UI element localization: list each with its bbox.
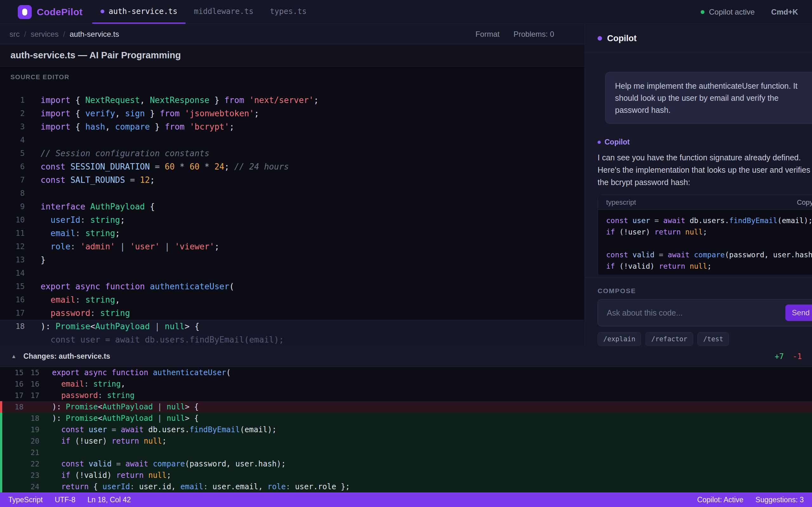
diff-row-add[interactable]: 20 if (!user) return null; xyxy=(0,435,812,447)
line-number[interactable]: 16 xyxy=(0,295,25,304)
line-number[interactable]: 5 xyxy=(0,149,25,158)
slash-command-chip[interactable]: /refactor xyxy=(646,332,693,346)
command-palette-shortcut[interactable]: Cmd+K xyxy=(771,8,798,16)
line-number[interactable]: 3 xyxy=(0,122,25,131)
breadcrumb-item[interactable]: auth-service.ts xyxy=(69,30,119,39)
compose-input[interactable] xyxy=(598,308,812,318)
diff-line-content: if (!valid) return null; xyxy=(52,471,171,480)
line-number[interactable]: 13 xyxy=(0,256,25,264)
code-line[interactable]: 12 role: 'admin' | 'user' | 'viewer'; xyxy=(0,240,585,253)
line-number[interactable]: 7 xyxy=(0,176,25,184)
token: string xyxy=(85,228,115,238)
code-line[interactable]: 8 xyxy=(0,187,585,200)
diff-row-add[interactable]: 23 if (!valid) return null; xyxy=(0,469,812,481)
slash-command-chip[interactable]: /test xyxy=(698,332,729,346)
line-number[interactable]: 6 xyxy=(0,162,25,171)
diff-panel-header[interactable]: ▲ Changes: auth-service.ts +7 -1 xyxy=(0,346,812,367)
line-number[interactable]: 1 xyxy=(0,96,25,105)
diff-row-ctx[interactable]: 1717 password: string xyxy=(0,390,812,401)
token: email xyxy=(41,295,75,304)
send-button[interactable]: Send xyxy=(785,304,812,321)
token: { xyxy=(70,122,85,131)
tab-middleware-ts[interactable]: middleware.ts xyxy=(186,0,262,24)
diff-row-add[interactable]: 22 const valid = await compare(password,… xyxy=(0,458,812,469)
token: SALT_ROUNDS xyxy=(65,175,130,185)
line-number[interactable]: 17 xyxy=(0,308,25,318)
line-number[interactable]: 2 xyxy=(0,109,25,118)
diff-row-add[interactable]: 19 const user = await db.users.findByEma… xyxy=(0,424,812,435)
breadcrumb-item[interactable]: services xyxy=(31,30,59,39)
code-line[interactable]: 2import { verify, sign } from 'jsonwebto… xyxy=(0,107,585,120)
code-line[interactable]: 7const SALT_ROUNDS = 12; xyxy=(0,173,585,187)
line-number[interactable]: 15 xyxy=(0,282,25,291)
code-line[interactable]: 13} xyxy=(0,253,585,267)
token: interface xyxy=(41,202,85,211)
line-number[interactable]: 12 xyxy=(0,242,25,251)
token: ( xyxy=(226,368,231,377)
diff-line-content: email: string, xyxy=(52,380,125,389)
code-line[interactable]: 1import { NextRequest, NextResponse } fr… xyxy=(0,94,585,107)
diff-new-line-number: 23 xyxy=(23,471,39,480)
code-block-body: const user = await db.users.findByEmail(… xyxy=(598,210,812,272)
copy-button[interactable]: Copy xyxy=(797,199,812,207)
code-line-content: email: string; xyxy=(41,228,120,238)
token: 'jsonwebtoken' xyxy=(180,109,254,118)
code-line[interactable]: 14 xyxy=(0,267,585,280)
code-line[interactable]: 4 xyxy=(0,133,585,147)
code-line[interactable]: 6const SESSION_DURATION = 60 * 60 * 24; … xyxy=(0,160,585,173)
problems-indicator[interactable]: Problems: 0 xyxy=(513,30,554,39)
slash-command-chip[interactable]: /explain xyxy=(598,332,641,346)
code-line[interactable]: 10 userId: string; xyxy=(0,213,585,227)
breadcrumb-item[interactable]: src xyxy=(9,30,20,39)
token: null xyxy=(166,402,185,411)
token: if xyxy=(52,471,70,480)
line-number[interactable]: 18 xyxy=(0,322,25,331)
token: ; xyxy=(162,437,166,446)
code-editor[interactable]: 1import { NextRequest, NextResponse } fr… xyxy=(0,94,585,346)
code-line[interactable]: 15export async function authenticateUser… xyxy=(0,280,585,293)
added-count: +7 xyxy=(774,352,784,361)
code-line-content: userId: string; xyxy=(41,215,125,225)
code-line[interactable]: 16 email: string, xyxy=(0,293,585,306)
tab-types-ts[interactable]: types.ts xyxy=(262,0,315,24)
status-item[interactable]: Suggestions: 3 xyxy=(756,496,804,504)
code-line[interactable]: 3import { hash, compare } from 'bcrypt'; xyxy=(0,120,585,133)
editor-title: auth-service.ts — AI Pair Programming xyxy=(0,44,585,66)
code-line[interactable]: 11 email: string; xyxy=(0,227,585,240)
token: AuthPayload xyxy=(95,322,150,331)
token: const xyxy=(41,162,65,171)
token: ; xyxy=(229,122,235,131)
status-item[interactable]: Ln 18, Col 42 xyxy=(88,496,131,504)
diff-row-ctx[interactable]: 1515export async function authenticateUs… xyxy=(0,367,812,378)
tab-auth-service-ts[interactable]: auth-service.ts xyxy=(92,0,186,24)
token: findByEmail xyxy=(190,425,240,434)
token: authenticateUser xyxy=(145,282,229,291)
status-item[interactable]: UTF-8 xyxy=(55,496,75,504)
status-item[interactable]: Copilot: Active xyxy=(697,496,744,504)
line-number[interactable]: 8 xyxy=(0,189,25,198)
diff-row-add[interactable]: 18): Promise<AuthPayload | null> { xyxy=(0,412,812,424)
code-line[interactable]: 5// Session configuration constants xyxy=(0,147,585,160)
code-line[interactable]: 18): Promise<AuthPayload | null> { xyxy=(0,320,585,333)
line-number[interactable]: 9 xyxy=(0,202,25,211)
chat-thread: Help me implement the authenticateUser f… xyxy=(585,53,812,275)
token: ); xyxy=(276,459,286,468)
line-number[interactable]: 4 xyxy=(0,135,25,145)
code-line[interactable]: 9interface AuthPayload { xyxy=(0,200,585,213)
line-number[interactable]: 11 xyxy=(0,229,25,238)
token: : xyxy=(90,308,100,318)
status-item[interactable]: TypeScript xyxy=(8,496,43,504)
diff-row-add[interactable]: 24 return { userId: user.id, email: user… xyxy=(0,481,812,493)
line-number[interactable]: 14 xyxy=(0,269,25,278)
format-button[interactable]: Format xyxy=(475,30,500,39)
collapse-icon[interactable]: ▲ xyxy=(11,353,16,360)
compose-input-box: Send xyxy=(598,299,812,326)
token: < xyxy=(98,402,102,411)
line-number[interactable]: 10 xyxy=(0,216,25,224)
code-line[interactable]: 17 password: string xyxy=(0,306,585,320)
diff-row-del[interactable]: 18): Promise<AuthPayload | null> { xyxy=(0,401,812,412)
token: user.email xyxy=(212,482,258,491)
diff-row-add[interactable]: 21 xyxy=(0,447,812,458)
diff-old-line-number: 18 xyxy=(0,403,23,411)
diff-row-ctx[interactable]: 1616 email: string, xyxy=(0,378,812,390)
